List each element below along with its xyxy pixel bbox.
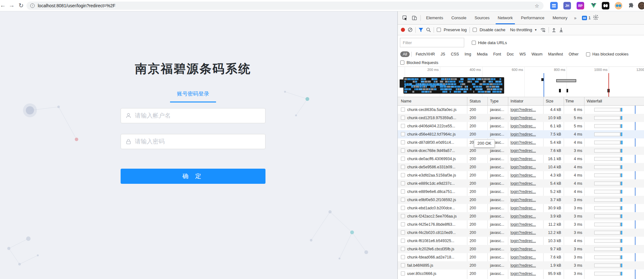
waterfall-bar[interactable]	[594, 198, 621, 202]
request-row[interactable]: chunk-de0acff6.43069934.js200javasc...lo…	[398, 155, 644, 163]
more-tabs-chevron[interactable]: »	[572, 15, 579, 20]
request-initiator-link[interactable]: login?redirec...	[510, 229, 542, 237]
request-name[interactable]: chunk-de0acff6.43069934.js	[407, 155, 466, 163]
waterfall-bar[interactable]	[594, 157, 621, 161]
request-name[interactable]: chunk-d87d8f30.e0d91c4...	[407, 138, 466, 147]
messages-badge-icon[interactable]	[582, 16, 587, 20]
preserve-log-checkbox[interactable]	[437, 28, 441, 32]
request-row[interactable]: chunk-de5e9586.e331b09...200javasc...log…	[398, 163, 644, 171]
request-initiator-link[interactable]: login?redirec...	[510, 204, 542, 212]
face-extension-icon[interactable]	[615, 2, 622, 9]
filter-pill-font[interactable]: Font	[491, 51, 504, 57]
request-initiator-link[interactable]: login?redirec...	[510, 196, 542, 204]
request-name[interactable]: chunk-e3dfd2aa.5158af3e.js	[407, 171, 466, 179]
request-row[interactable]: chunk-e889c1dc.e9d237c...200javasc...log…	[398, 179, 644, 188]
site-info-icon[interactable]: i	[30, 3, 35, 8]
request-name[interactable]: chunk-ced12f18.975359a5...	[407, 114, 466, 122]
request-name[interactable]: chunk-f425e176.8bde8f63...	[407, 220, 466, 229]
request-name[interactable]: chunk-ebd1adc0.b200dce...	[407, 204, 466, 212]
request-initiator-link[interactable]: login?redirec...	[510, 253, 542, 261]
request-row[interactable]: chunk-e3dfd2aa.5158af3e.js200javasc...lo…	[398, 171, 644, 179]
waterfall-bar[interactable]	[594, 255, 621, 259]
request-row[interactable]: chunk-e9bf0e50.2f108592.js200javasc...lo…	[398, 196, 644, 204]
disable-cache-checkbox[interactable]	[473, 28, 477, 32]
devtools-tab-network[interactable]: Network	[494, 11, 517, 24]
inspect-element-icon[interactable]	[400, 14, 410, 22]
request-name[interactable]: chunk-fdead066.ad2e718...	[407, 253, 466, 261]
request-row[interactable]: chunk-ced12f18.975359a5...200javasc...lo…	[398, 114, 644, 122]
column-divider[interactable]	[564, 97, 564, 105]
waterfall-bar[interactable]	[594, 239, 621, 243]
disable-cache-label[interactable]: Disable cache	[480, 27, 505, 32]
request-initiator-link[interactable]: login?redirec...	[510, 163, 542, 171]
filter-pill-css[interactable]: CSS	[448, 51, 462, 57]
request-initiator-link[interactable]: login?redirec...	[510, 138, 542, 147]
settings-gear-icon[interactable]	[593, 15, 598, 21]
waterfall-bar[interactable]	[594, 214, 621, 218]
waterfall-bar[interactable]	[594, 108, 621, 112]
request-name[interactable]: user.80cc0666.js	[407, 270, 466, 278]
clear-icon[interactable]	[408, 27, 413, 32]
request-initiator-link[interactable]: login?redirec...	[510, 188, 542, 196]
hide-data-urls-label[interactable]: Hide data URLs	[478, 40, 507, 45]
filter-pill-img[interactable]: Img	[462, 51, 474, 57]
blocked-requests-label[interactable]: Blocked Requests	[407, 61, 438, 65]
waterfall-bar[interactable]	[594, 247, 621, 251]
filter-pill-other[interactable]: Other	[566, 51, 581, 57]
waterfall-bar[interactable]	[594, 141, 621, 144]
request-row[interactable]: chunk-d87d8f30.e0d91c4...200javasc...log…	[398, 138, 644, 147]
request-initiator-link[interactable]: login?redirec...	[510, 270, 542, 278]
devtools-tab-console[interactable]: Console	[447, 11, 470, 24]
request-initiator-link[interactable]: login?redirec...	[510, 114, 542, 122]
network-conditions-icon[interactable]	[540, 27, 546, 32]
request-name[interactable]: chunk-de5e9586.e331b09...	[407, 163, 466, 171]
filter-funnel-icon[interactable]	[419, 28, 423, 32]
filter-pill-doc[interactable]: Doc	[504, 51, 516, 57]
waterfall-bar[interactable]	[594, 231, 621, 235]
request-row[interactable]: chunk-fdead066.ad2e718...200javasc...log…	[398, 253, 644, 261]
column-divider[interactable]	[543, 97, 544, 105]
request-row[interactable]: chunk-fc202fe6.cbcd35fb.js200javasc...lo…	[398, 245, 644, 253]
devtools-tab-elements[interactable]: Elements	[422, 11, 447, 24]
request-initiator-link[interactable]: login?redirec...	[510, 171, 542, 179]
waterfall-bar[interactable]	[594, 264, 621, 267]
request-row[interactable]: chunk-d56e4812.fcf7964c.js200javasc...lo…	[398, 130, 644, 138]
request-initiator-link[interactable]: login?redirec...	[510, 212, 542, 220]
request-initiator-link[interactable]: login?redirec...	[510, 220, 542, 229]
column-header-name[interactable]: Name	[401, 97, 411, 106]
column-header-waterfall[interactable]: Waterfall	[587, 97, 602, 106]
waterfall-bar[interactable]	[594, 223, 621, 226]
column-header-status[interactable]: Status	[470, 97, 481, 106]
request-row[interactable]: chunk-ebd1adc0.b200dce...200javasc...log…	[398, 204, 644, 212]
waterfall-bar[interactable]	[594, 173, 621, 177]
list-extension-icon[interactable]	[550, 2, 558, 9]
devtools-tab-performance[interactable]: Performance	[517, 11, 548, 24]
export-har-icon[interactable]	[559, 27, 563, 32]
filter-pill-wasm[interactable]: Wasm	[529, 51, 545, 57]
request-row[interactable]: chunk-dcec768e.9d49a57...200javasc...log…	[398, 147, 644, 155]
filter-input[interactable]	[400, 38, 464, 47]
filter-pill-manifest[interactable]: Manifest	[546, 51, 566, 57]
request-name[interactable]: chunk-dcec768e.9d49a57...	[407, 147, 466, 155]
reload-icon[interactable]: ↻	[17, 1, 25, 9]
waterfall-bar[interactable]	[594, 116, 621, 120]
username-input[interactable]	[135, 112, 261, 119]
waterfall-bar[interactable]	[594, 206, 621, 210]
filter-pill-all[interactable]: All	[400, 51, 410, 57]
request-initiator-link[interactable]: login?redirec...	[510, 147, 542, 155]
import-har-icon[interactable]	[552, 27, 556, 32]
filter-pill-media[interactable]: Media	[474, 51, 490, 57]
request-initiator-link[interactable]: login?redirec...	[510, 261, 542, 270]
waterfall-bar[interactable]	[594, 124, 621, 128]
rp-extension-icon[interactable]: RP	[577, 2, 584, 9]
column-divider[interactable]	[487, 97, 488, 105]
request-name[interactable]: chunk-f4c2b020.c8110ed9...	[407, 229, 466, 237]
filter-pill-js[interactable]: JS	[438, 51, 448, 57]
request-row[interactable]: user.80cc0666.js200javasc...login?redire…	[398, 270, 644, 278]
blocked-requests-checkbox[interactable]	[400, 61, 404, 65]
password-input[interactable]	[135, 138, 261, 145]
request-row[interactable]: chunk-f61081e6.b549325...200javasc...log…	[398, 237, 644, 245]
request-initiator-link[interactable]: login?redirec...	[510, 237, 542, 245]
record-icon[interactable]	[401, 28, 405, 32]
request-name[interactable]: chunk-e9bf0e50.2f108592.js	[407, 196, 466, 204]
